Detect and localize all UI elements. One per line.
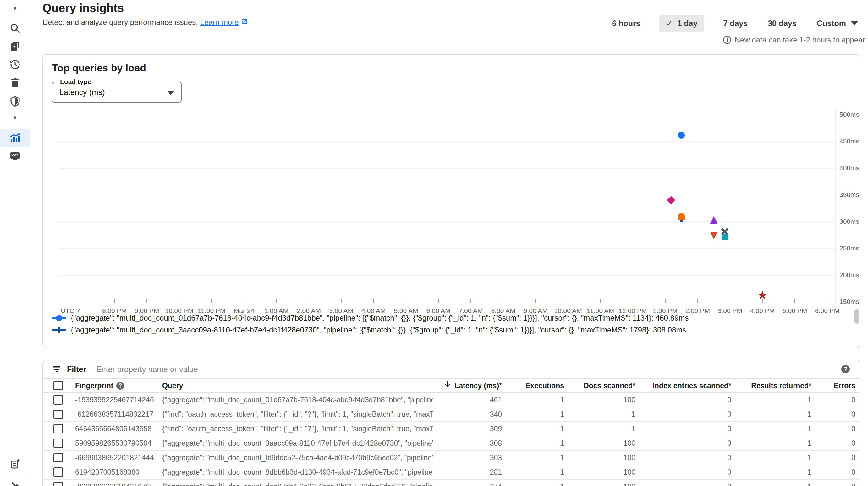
y-tick-label: 450ms bbox=[839, 138, 859, 145]
data-point-square-round[interactable] bbox=[678, 213, 685, 220]
row-checkbox[interactable] bbox=[54, 409, 63, 419]
filter-help-icon[interactable]: ? bbox=[841, 365, 850, 373]
cell-index_entries: 0 bbox=[636, 410, 731, 419]
y-tick-label: 150ms bbox=[839, 298, 859, 306]
chart-legend: {"aggregate": "multi_doc_count_01d67a7b-… bbox=[52, 312, 688, 336]
time-range-label: Custom bbox=[817, 19, 846, 28]
data-point-star[interactable] bbox=[758, 291, 767, 300]
load-type-select[interactable]: Load type Latency (ms) bbox=[52, 82, 182, 103]
x-tick-label: 6:00 PM bbox=[815, 307, 839, 315]
sidebar-item-query-insights[interactable] bbox=[0, 129, 30, 147]
cell-query: {"aggregate": "multi_doc_count_01d67a7b-… bbox=[155, 396, 433, 404]
fingerprint-help-icon[interactable]: ? bbox=[116, 382, 124, 390]
table-row[interactable]: -6126638357114832217{"find": "oauth_acce… bbox=[43, 407, 860, 422]
cell-latency: 274 bbox=[433, 483, 502, 486]
column-label: Results returned* bbox=[751, 381, 811, 390]
time-range-30-days[interactable]: 30 days bbox=[767, 16, 798, 31]
column-header-results[interactable]: Results returned* bbox=[731, 381, 811, 390]
x-tick-mark bbox=[600, 299, 601, 303]
data-point-triangle-down[interactable] bbox=[711, 232, 717, 239]
column-header-fingerprint[interactable]: Fingerprint? bbox=[68, 381, 155, 390]
time-range-custom[interactable]: Custom bbox=[815, 16, 859, 31]
column-header-executions[interactable]: Executions bbox=[502, 381, 564, 390]
subtitle-text: Detect and analyze query performance iss… bbox=[42, 18, 198, 26]
sidebar-item-collapse[interactable] bbox=[0, 474, 30, 486]
data-point-diamond[interactable] bbox=[667, 196, 675, 204]
column-header-errors[interactable]: Errors bbox=[811, 381, 856, 390]
row-checkbox[interactable] bbox=[54, 482, 63, 486]
column-label: Query bbox=[162, 381, 183, 390]
sidebar-item-system-insights[interactable] bbox=[0, 147, 30, 165]
nav-dot-mid bbox=[0, 111, 30, 124]
table-row[interactable]: 6464365664806143558{"find": "oauth_acces… bbox=[43, 422, 860, 436]
gridline bbox=[59, 114, 836, 115]
row-checkbox[interactable] bbox=[54, 453, 63, 462]
data-point-triangle-up[interactable] bbox=[710, 216, 717, 224]
filter-input[interactable] bbox=[96, 365, 693, 374]
sidebar-item-security[interactable] bbox=[0, 92, 30, 110]
x-tick-mark bbox=[179, 299, 180, 303]
info-note-text: New data can take 1-2 hours to appear. bbox=[735, 35, 867, 45]
cell-docs_scanned: 1 bbox=[564, 410, 636, 419]
queries-table-card: Filter ? Fingerprint?QueryLatency (ms)*E… bbox=[42, 360, 861, 486]
time-range-label: 6 hours bbox=[612, 19, 640, 28]
column-label: Fingerprint bbox=[75, 381, 113, 390]
table-row[interactable]: 6194237005168380{"aggregate": "multi_doc… bbox=[43, 465, 860, 480]
cell-results: 1 bbox=[731, 396, 811, 404]
table-row[interactable]: -6699038652201821444{"aggregate": "multi… bbox=[43, 451, 860, 465]
load-type-value: Latency (ms) bbox=[59, 88, 105, 97]
x-tick-mark bbox=[762, 299, 763, 303]
row-checkbox-cell bbox=[43, 453, 68, 462]
data-point-square[interactable] bbox=[721, 234, 728, 240]
insights-chart-icon bbox=[9, 132, 21, 144]
cell-results: 1 bbox=[731, 425, 811, 433]
sidebar-item-query-file[interactable] bbox=[0, 38, 30, 55]
row-checkbox[interactable] bbox=[54, 438, 63, 448]
column-label: Executions bbox=[525, 381, 564, 390]
left-nav-sidebar bbox=[0, 0, 30, 486]
gridline bbox=[59, 222, 836, 222]
cell-fingerprint: 5909598265530790504 bbox=[68, 439, 155, 448]
page-scrollbar-thumb[interactable] bbox=[854, 309, 859, 324]
header-label-wrap: Docs scanned* bbox=[584, 381, 636, 390]
sidebar-item-history[interactable] bbox=[0, 56, 30, 73]
time-range-6-hours[interactable]: 6 hours bbox=[611, 16, 642, 31]
column-label: Latency (ms)* bbox=[455, 381, 502, 390]
query-file-icon bbox=[9, 40, 21, 53]
cell-executions: 1 bbox=[502, 425, 564, 433]
column-header-query[interactable]: Query bbox=[155, 381, 433, 390]
table-row[interactable]: -8295002236194316765{"aggregate": "multi… bbox=[43, 480, 860, 486]
table-row[interactable]: 5909598265530790504{"aggregate": "multi_… bbox=[43, 436, 860, 451]
data-point-circle[interactable] bbox=[678, 132, 685, 139]
time-range-selector: 6 hours✓1 day7 days30 daysCustom bbox=[611, 15, 859, 32]
row-checkbox[interactable] bbox=[54, 395, 63, 404]
column-header-latency[interactable]: Latency (ms)* bbox=[433, 381, 502, 390]
column-header-index_entries[interactable]: Index entries scanned* bbox=[636, 381, 731, 390]
table-row[interactable]: -1939399225467714246{"aggregate": "multi… bbox=[43, 393, 860, 407]
row-checkbox[interactable] bbox=[54, 424, 63, 433]
time-range-1-day[interactable]: ✓1 day bbox=[659, 15, 705, 32]
cell-fingerprint: -1939399225467714246 bbox=[68, 396, 155, 404]
sidebar-item-delete[interactable] bbox=[0, 74, 30, 92]
check-icon: ✓ bbox=[666, 19, 673, 28]
row-checkbox[interactable] bbox=[54, 467, 63, 477]
cell-errors: 0 bbox=[811, 396, 856, 404]
cell-latency: 461 bbox=[433, 396, 502, 404]
column-header-docs_scanned[interactable]: Docs scanned* bbox=[564, 381, 636, 390]
y-tick-label: 400ms bbox=[839, 164, 859, 172]
time-range-7-days[interactable]: 7 days bbox=[722, 16, 749, 31]
query-insights-page: Query insights Detect and analyze query … bbox=[0, 0, 868, 486]
cell-query: {"find": "oauth_access_token", "filter":… bbox=[155, 410, 433, 419]
search-icon bbox=[9, 23, 21, 34]
chevron-down-icon bbox=[851, 21, 858, 26]
learn-more-link[interactable]: Learn more bbox=[200, 18, 239, 26]
sort-desc-icon bbox=[444, 381, 451, 390]
cell-executions: 1 bbox=[502, 439, 564, 448]
sidebar-item-release-notes[interactable] bbox=[0, 456, 30, 473]
select-all-checkbox[interactable] bbox=[54, 381, 63, 390]
top-queries-card: Top queries by load Load type Latency (m… bbox=[42, 54, 861, 348]
cell-latency: 340 bbox=[433, 410, 502, 419]
row-checkbox-cell bbox=[43, 395, 68, 404]
collapse-icon bbox=[9, 474, 21, 486]
sidebar-item-search[interactable] bbox=[0, 20, 30, 37]
